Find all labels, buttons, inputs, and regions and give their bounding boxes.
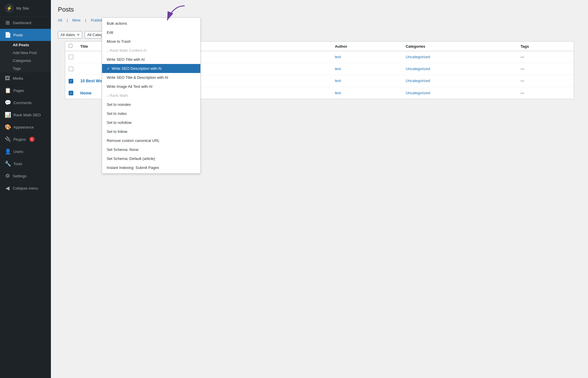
select-all-checkbox[interactable] — [69, 44, 72, 48]
tags-cell: — — [517, 63, 574, 75]
sidebar-item-label: Media — [13, 76, 23, 81]
sidebar-item-rank-math[interactable]: 📊 Rank Math SEO — [0, 109, 51, 121]
sidebar-item-pages[interactable]: 📋 Pages — [0, 84, 51, 97]
dropdown-item-set-noindex[interactable]: Set to noindex — [102, 100, 200, 109]
dropdown-item-remove-canonical[interactable]: Remove custom canonical URL — [102, 136, 200, 145]
row-checkbox[interactable] — [69, 67, 73, 71]
item-label: Write SEO Title & Description with AI — [107, 75, 168, 80]
tags-cell: — — [517, 51, 574, 63]
sidebar-item-users[interactable]: 👤 Users — [0, 145, 51, 158]
dropdown-item-rank-math-header: ↓ Rank Math — [102, 91, 200, 100]
sidebar-item-tools[interactable]: 🔧 Tools — [0, 158, 51, 170]
sidebar-sub-item-add-new[interactable]: Add New Post — [0, 49, 51, 57]
sidebar-item-label: Tools — [13, 162, 22, 166]
sidebar-item-plugins[interactable]: 🔌 Plugins 6 — [0, 133, 51, 145]
wordpress-logo-icon: ⚡ — [5, 3, 14, 13]
plugins-badge: 6 — [29, 137, 35, 142]
pages-icon: 📋 — [5, 87, 11, 94]
sidebar-item-label: Posts — [13, 33, 23, 37]
item-label: ↓ Rank Math Content AI — [107, 48, 147, 53]
sidebar-item-label: Dashboard — [13, 21, 31, 25]
sidebar-item-label: Settings — [13, 174, 26, 178]
posts-icon: 📄 — [5, 32, 11, 38]
sidebar-item-settings[interactable]: ⚙ Settings — [0, 170, 51, 182]
row-checkbox[interactable]: ✓ — [69, 91, 73, 95]
author-link[interactable]: test — [335, 79, 341, 83]
subnav-all[interactable]: All — [58, 17, 62, 24]
category-link[interactable]: Uncategorized — [406, 79, 430, 83]
dropdown-item-move-to-trash[interactable]: Move to Trash — [102, 37, 200, 46]
item-label: Set to nofollow — [107, 120, 131, 125]
sidebar-item-label: Pages — [13, 88, 24, 93]
main-content: Posts All | Mine | Published | Sticky | … — [51, 0, 588, 378]
dropdown-item-set-nofollow[interactable]: Set to nofollow — [102, 118, 200, 127]
tags-cell: — — [517, 75, 574, 87]
sidebar-item-collapse[interactable]: ◀ Collapse menu — [0, 182, 51, 194]
author-link[interactable]: test — [335, 91, 341, 95]
rank-math-icon: 📊 — [5, 112, 11, 118]
sidebar-item-media[interactable]: 🖼 Media — [0, 72, 51, 84]
category-link[interactable]: Uncategorized — [406, 67, 430, 71]
dropdown-item-set-follow[interactable]: Set to follow — [102, 127, 200, 136]
item-label: Write SEO Description with AI — [112, 66, 162, 71]
dropdown-item-instant-indexing[interactable]: Instant Indexing: Submit Pages — [102, 163, 200, 172]
sidebar-item-label: Rank Math SEO — [13, 113, 41, 117]
item-label: Set to follow — [107, 129, 127, 134]
item-label: Set Schema: None — [107, 147, 138, 152]
col-author: Author — [331, 42, 402, 51]
item-label: Move to Trash — [107, 39, 131, 44]
sidebar-item-label: Users — [13, 149, 23, 154]
sidebar-sub-item-categories[interactable]: Categories — [0, 57, 51, 65]
sidebar-item-dashboard[interactable]: ⊞ Dashboard — [0, 17, 51, 29]
sidebar-item-label: Comments — [13, 101, 32, 105]
appearance-icon: 🎨 — [5, 124, 11, 130]
item-label: Remove custom canonical URL — [107, 138, 160, 143]
post-title-link[interactable]: Home — [80, 91, 92, 95]
plugins-icon: 🔌 — [5, 136, 11, 142]
item-label: Instant Indexing: Submit Pages — [107, 165, 159, 170]
tools-icon: 🔧 — [5, 161, 11, 167]
subnav-mine[interactable]: Mine — [72, 17, 81, 24]
dropdown-item-write-image-alt[interactable]: Write Image Alt Text with AI — [102, 82, 200, 91]
sidebar-sub-item-all-posts[interactable]: All Posts — [0, 41, 51, 49]
author-link[interactable]: test — [335, 67, 341, 71]
category-link[interactable]: Uncategorized — [406, 55, 430, 59]
check-icon: ✓ — [107, 66, 110, 71]
comments-icon: 💬 — [5, 99, 11, 106]
dropdown-item-bulk-actions[interactable]: Bulk actions — [102, 19, 200, 28]
dropdown-item-schema-none[interactable]: Set Schema: None — [102, 145, 200, 154]
dropdown-item-set-index[interactable]: Set to index — [102, 109, 200, 118]
item-label: Write Image Alt Text with AI — [107, 84, 152, 89]
item-label: Edit — [107, 30, 113, 35]
sidebar-item-label: Collapse menu — [13, 186, 38, 190]
settings-icon: ⚙ — [5, 173, 10, 179]
sidebar-sub-item-tags[interactable]: Tags — [0, 65, 51, 72]
author-link[interactable]: test — [335, 55, 341, 59]
page-title-bar: Posts — [58, 6, 581, 13]
sidebar-item-appearance[interactable]: 🎨 Appearance — [0, 121, 51, 133]
sidebar-item-label: Plugins — [13, 137, 26, 142]
dropdown-item-write-seo-desc[interactable]: ✓ Write SEO Description with AI — [102, 64, 200, 73]
row-checkbox[interactable]: ✓ — [69, 79, 73, 83]
sidebar-logo: ⚡ My Site — [0, 0, 51, 17]
collapse-icon: ◀ — [5, 185, 10, 191]
dropdown-item-schema-default[interactable]: Set Schema: Default (article) — [102, 154, 200, 163]
item-label: Set Schema: Default (article) — [107, 156, 155, 161]
sidebar: ⚡ My Site ⊞ Dashboard 📄 Posts All Posts … — [0, 0, 51, 378]
col-tags: Tags — [517, 42, 574, 51]
sidebar-item-comments[interactable]: 💬 Comments — [0, 97, 51, 109]
dropdown-item-edit[interactable]: Edit — [102, 28, 200, 37]
users-icon: 👤 — [5, 148, 11, 155]
dates-filter[interactable]: All dates — [58, 31, 82, 38]
dropdown-item-write-seo-title-desc[interactable]: Write SEO Title & Description with AI — [102, 73, 200, 82]
item-label: Set to index — [107, 111, 127, 116]
sidebar-item-label: Appearance — [13, 125, 34, 129]
dropdown-item-rank-math-ai-header: ↓ Rank Math Content AI — [102, 46, 200, 55]
media-icon: 🖼 — [5, 75, 10, 81]
sidebar-item-posts[interactable]: 📄 Posts — [0, 29, 51, 41]
item-label: Bulk actions — [107, 21, 127, 26]
row-checkbox[interactable] — [69, 55, 73, 59]
dropdown-item-write-seo-title[interactable]: Write SEO Title with AI — [102, 55, 200, 64]
dashboard-icon: ⊞ — [5, 19, 10, 26]
category-link[interactable]: Uncategorized — [406, 91, 430, 95]
